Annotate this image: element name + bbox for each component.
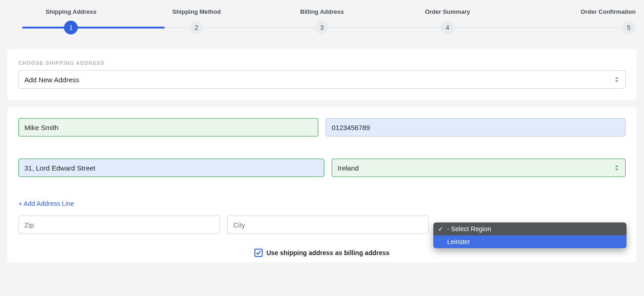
step-billing-address[interactable]: Billing Address 3 (259, 8, 385, 34)
city-field-wrapper (227, 216, 429, 234)
region-select-wrapper: - Select Region ✓ - Select Region Leinst… (436, 216, 626, 234)
billing-same-checkbox[interactable] (254, 249, 263, 257)
address-select[interactable]: Add New Address (18, 70, 626, 89)
street-input[interactable] (24, 159, 318, 176)
region-option-leinster[interactable]: Leinster (433, 235, 627, 248)
step-number: 4 (441, 21, 454, 34)
region-option-label: Leinster (447, 238, 470, 245)
step-number: 3 (315, 21, 329, 34)
billing-same-label: Use shipping address as billing address (266, 249, 390, 256)
region-dropdown: ✓ - Select Region Leinster (433, 222, 627, 248)
country-select[interactable]: Ireland (332, 159, 626, 177)
step-label: Order Confirmation (581, 8, 636, 15)
shipping-address-form: Ireland + Add Address Line - Select Regi… (7, 107, 637, 262)
check-icon (256, 250, 261, 256)
step-label: Order Summary (425, 8, 470, 15)
checkout-stepper: Shipping Address 1 Shipping Method 2 Bil… (0, 0, 644, 42)
street-field-wrapper (18, 159, 324, 177)
choose-address-card: CHOOSE SHIPPING ADDRESS Add New Address (7, 49, 637, 100)
zip-input[interactable] (24, 216, 214, 233)
region-option-label: - Select Region (447, 225, 491, 233)
country-select-wrapper: Ireland (332, 159, 626, 177)
section-title: CHOOSE SHIPPING ADDRESS (18, 60, 626, 66)
step-number: 1 (64, 21, 78, 34)
step-label: Shipping Address (46, 8, 97, 15)
name-field-wrapper (18, 118, 318, 137)
step-number: 2 (190, 21, 203, 34)
billing-same-as-shipping-row: Use shipping address as billing address (18, 249, 626, 257)
address-select-value: Add New Address (24, 76, 79, 84)
region-option-placeholder[interactable]: ✓ - Select Region (433, 222, 627, 235)
add-address-line-link[interactable]: + Add Address Line (18, 200, 74, 207)
step-label: Shipping Method (172, 8, 220, 15)
zip-field-wrapper (18, 216, 220, 234)
phone-input[interactable] (332, 119, 620, 136)
country-select-value: Ireland (338, 164, 359, 172)
chevron-updown-icon (613, 164, 621, 171)
step-order-summary[interactable]: Order Summary 4 (385, 8, 510, 34)
stepper-progress (22, 27, 165, 28)
name-input[interactable] (24, 119, 312, 136)
step-shipping-method[interactable]: Shipping Method 2 (134, 8, 259, 34)
phone-field-wrapper (326, 118, 626, 137)
step-order-confirmation[interactable]: Order Confirmation 5 (510, 8, 636, 34)
chevron-updown-icon (613, 76, 621, 83)
step-shipping-address[interactable]: Shipping Address 1 (8, 8, 134, 34)
city-input[interactable] (233, 216, 423, 233)
step-label: Billing Address (300, 8, 344, 15)
step-number: 5 (622, 21, 636, 34)
check-icon: ✓ (438, 225, 445, 233)
